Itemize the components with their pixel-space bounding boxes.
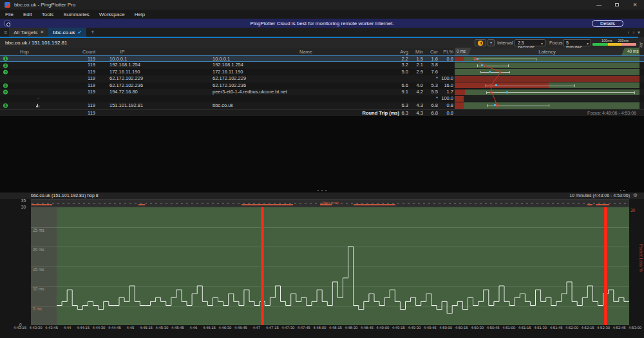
hop-row-7[interactable]: -*100.0 <box>0 95 644 102</box>
hop-table-body: 111910.0.0.110.0.0.12.21.51.60.82119192.… <box>0 55 644 109</box>
tab-all-targets[interactable]: All Targets ✕ <box>9 28 48 37</box>
table-header: Hop Count IP Name Avg Min Cur PL% Latenc… <box>0 48 644 55</box>
minimize-button[interactable]: — <box>590 0 608 10</box>
time-tick-label: 4:48:00 <box>313 326 326 330</box>
latency-graph-cell <box>455 62 639 68</box>
hop-row-3[interactable]: 3119172.16.11.190172.16.11.1905.02.97.6 <box>0 69 644 75</box>
target-title: bbc.co.uk / 151.101.192.81 <box>5 40 68 46</box>
timeline-panel: bbc.co.uk (151.101.192.81) hop 8 10 minu… <box>0 192 644 338</box>
hop-number-icon: 6 <box>3 90 8 95</box>
time-tick-label: 4:47:30 <box>281 326 294 330</box>
time-tick-label: 4:44:45 <box>108 326 121 330</box>
col-ip[interactable]: IP <box>97 49 148 55</box>
hop-row-1[interactable]: 111910.0.0.110.0.0.12.21.51.60.8 <box>0 55 644 62</box>
menu-summaries[interactable]: Summaries <box>63 12 89 17</box>
y-label-30: 30 <box>15 205 26 209</box>
cell-name: 62.172.102.236 <box>213 82 246 89</box>
time-tick-label: 4:47:15 <box>266 326 279 330</box>
time-tick-label: 4:49:00 <box>376 326 389 330</box>
hop-number-icon: 3 <box>3 70 8 74</box>
cell-count: 119 <box>64 75 95 82</box>
time-tick-label: 4:52:45 <box>613 326 626 330</box>
new-tab-button[interactable]: + <box>86 28 99 37</box>
menu-workspace[interactable]: Workspace <box>99 12 125 17</box>
latency-timeline-plot[interactable]: 25 ms20 ms15 ms10 ms5 ms <box>31 207 629 325</box>
cell-count: 119 <box>64 102 95 109</box>
menu-edit[interactable]: Edit <box>23 12 32 17</box>
col-hop[interactable]: Hop <box>20 49 29 55</box>
pause-dropdown-button[interactable]: ▾ <box>488 39 495 46</box>
cell-pl: 0.8 <box>430 102 453 109</box>
packet-loss-bar <box>455 96 464 102</box>
gear-icon[interactable]: ⚙ <box>633 192 638 198</box>
cell-ip: 194.72.16.80 <box>109 89 138 95</box>
round-trip-label: Round Trip (ms) <box>270 110 399 116</box>
close-icon[interactable]: ✕ <box>40 30 44 35</box>
cell-ip: 151.101.192.81 <box>109 102 143 109</box>
cell-count: 119 <box>64 89 95 95</box>
chevron-down-icon[interactable]: ▾ <box>638 30 640 35</box>
legend-200ms: 200ms <box>618 39 629 42</box>
close-button[interactable]: ✕ <box>626 0 644 10</box>
cell-cur: 3.8 <box>416 62 438 68</box>
legend-100ms: 100ms <box>601 39 612 42</box>
tab-bbc[interactable]: bbc.co.uk ✔ <box>48 28 86 37</box>
packet-loss-axis-top: 30 <box>630 208 635 212</box>
time-tick-label: 4:53:00 <box>629 326 641 330</box>
latency-graph-cell <box>455 69 639 75</box>
tab-scroll-controls: ‹ › ▾ <box>628 28 644 37</box>
time-tick-label: 4:46:15 <box>203 326 216 330</box>
time-tick-label: 4:49:15 <box>392 326 405 330</box>
interval-select[interactable]: 2.5 seconds▾ <box>515 39 545 46</box>
focus-range-text: Focus: 4:48:06 - 4:53:06 <box>512 110 636 116</box>
interval-label: Interval <box>497 40 513 46</box>
tab-scroll-left-icon[interactable]: ‹ <box>628 30 630 35</box>
cell-pl: 16.0 <box>430 82 453 89</box>
round-trip-row: 119 Round Trip (ms) 6.3 4.3 6.8 0.8 Focu… <box>0 109 644 116</box>
avg-marker <box>494 104 496 106</box>
col-count[interactable]: Count <box>64 49 95 55</box>
hop-row-8[interactable]: 8119151.101.192.81bbc.co.uk6.34.36.80.8 <box>0 102 644 109</box>
hop-row-6[interactable]: 6119194.72.16.80peer3-et0-1-4.redbus.ukc… <box>0 89 644 95</box>
full-loss-bar <box>455 76 639 82</box>
time-tick-label: 4:50:15 <box>455 326 468 330</box>
round-trip-count: 119 <box>64 110 95 116</box>
hop-row-2[interactable]: 2119192.168.1.254192.168.1.2543.22.13.8 <box>0 62 644 68</box>
time-tick-label: 4:48:45 <box>361 326 374 330</box>
latency-graph-cell <box>455 102 639 108</box>
splitter-handle-dots[interactable] <box>620 190 625 191</box>
menu-file[interactable]: File <box>5 12 14 17</box>
col-pl[interactable]: PL% <box>430 49 453 55</box>
time-tick-label: 4:51:45 <box>550 326 563 330</box>
no-response-bar <box>455 96 639 102</box>
latency-scale-legend-labels: 100ms 200ms <box>594 39 636 42</box>
chevron-down-icon: ▾ <box>541 41 543 46</box>
maximize-icon <box>615 3 619 6</box>
details-button[interactable]: Details <box>592 20 623 27</box>
tab-scroll-right-icon[interactable]: › <box>632 30 634 35</box>
hop-row-5[interactable]: 511962.172.102.23662.172.102.2366.64.05.… <box>0 82 644 89</box>
menu-tools[interactable]: Tools <box>42 12 54 17</box>
cell-name: peer3-et0-1-4.redbus.ukcore.bt.net <box>213 89 287 95</box>
col-name[interactable]: Name <box>213 49 399 55</box>
time-tick-label: 4:44:30 <box>92 326 105 330</box>
maximize-button[interactable] <box>608 0 626 10</box>
hop-row-4[interactable]: 11962.172.102.22962.172.102.229*100.0 <box>0 75 644 82</box>
cell-pl: 1.7 <box>430 89 453 95</box>
tab-bbc-label: bbc.co.uk <box>53 30 75 35</box>
time-tick-label: 4:46 <box>190 326 198 330</box>
hamburger-icon[interactable]: ≡ <box>0 28 9 37</box>
time-tick-label: 4:48:30 <box>345 326 357 330</box>
pause-button[interactable] <box>475 39 486 46</box>
time-tick-label: 4:50:30 <box>471 326 484 330</box>
time-tick-label: 4:47:45 <box>298 326 310 330</box>
jitter-loss-segment <box>320 204 332 205</box>
menu-bar: FileEditToolsSummariesWorkspaceHelp <box>0 10 644 19</box>
min-max-whisker <box>486 86 576 86</box>
focus-select[interactable]: 5 minutes▾ <box>563 39 591 46</box>
time-tick-label: 4:49:45 <box>424 326 437 330</box>
packet-loss-event-bar <box>261 207 264 325</box>
col-latency[interactable]: Latency 0 ms 40 ms <box>455 48 639 55</box>
menu-help[interactable]: Help <box>135 12 145 17</box>
latency-color-scale <box>592 43 636 46</box>
